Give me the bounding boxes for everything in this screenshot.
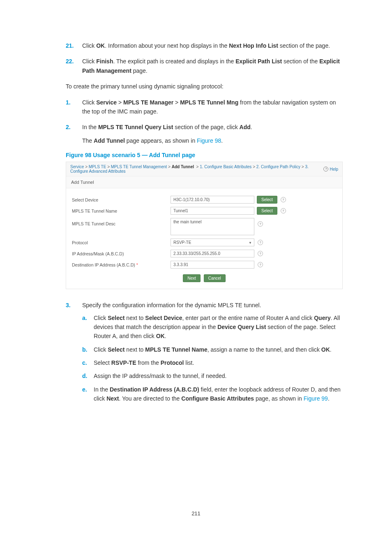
form-area: Select Device Select ? MPLS TE Tunnel Na…: [66, 188, 342, 289]
step-text: In the MPLS TE Tunnel Query List section…: [82, 124, 252, 130]
step-text: Click Finish. The explicit path is creat…: [82, 58, 340, 74]
select-device-button[interactable]: Select: [257, 196, 277, 204]
row-protocol: Protocol ▼ ?: [72, 239, 337, 246]
intro-text: To create the primary tunnel using dynam…: [66, 82, 343, 91]
tip-icon[interactable]: ?: [258, 251, 263, 256]
help-text: Help: [330, 167, 338, 171]
select-tunnel-name-button[interactable]: Select: [257, 207, 277, 215]
step-text: Click Service > MPLS TE Manager > MPLS T…: [82, 99, 336, 115]
substep-num: d.: [82, 371, 87, 380]
input-ip-mask[interactable]: [171, 250, 254, 257]
substep-num: b.: [82, 345, 87, 354]
substep-num: a.: [82, 313, 87, 322]
help-icon: ?: [323, 167, 328, 171]
row-tunnel-name: MPLS TE Tunnel Name Select ?: [72, 207, 337, 215]
label-dest-ip-text: Destination IP Address (A.B.C.D): [72, 262, 135, 267]
required-mark: *: [136, 262, 138, 267]
add-tunnel-screenshot: Service > MPLS TE > MPLS TE Tunnel Manag…: [66, 162, 343, 289]
cancel-button[interactable]: Cancel: [204, 274, 226, 282]
crumb-mpls-te[interactable]: MPLS TE: [89, 165, 106, 169]
label-protocol: Protocol: [72, 240, 171, 245]
crumb-step-2[interactable]: 2. Configure Path Policy: [256, 165, 300, 169]
tip-icon[interactable]: ?: [258, 240, 263, 245]
input-select-device[interactable]: [171, 196, 254, 204]
step-num: 1.: [66, 98, 71, 107]
crumb-mpls-te-tunnel-mgmt[interactable]: MPLS TE Tunnel Management: [111, 165, 167, 169]
crumb-add-tunnel: Add Tunnel: [172, 165, 194, 169]
step-num: 22.: [66, 57, 74, 66]
steps-top: 21. Click OK. Information about your nex…: [66, 41, 343, 75]
row-dest-ip: Destination IP Address (A.B.C.D) * ?: [72, 261, 337, 269]
figure-caption: Figure 98 Usage scenario 5 — Add Tunnel …: [66, 152, 343, 158]
tip-icon[interactable]: ?: [281, 208, 286, 213]
select-protocol[interactable]: [171, 239, 254, 246]
step-num: 21.: [66, 41, 74, 50]
substep-d: d. Assign the IP address/mask to the tun…: [82, 371, 343, 380]
tip-icon[interactable]: ?: [281, 197, 286, 202]
textarea-tunnel-desc[interactable]: the main tunnel: [171, 218, 254, 235]
substep-text: Click Select next to Select Device, ente…: [94, 315, 340, 340]
tip-icon[interactable]: ?: [258, 221, 263, 227]
step-3: 3. Specify the configuration information…: [66, 301, 343, 403]
substep-text: Select RSVP-TE from the Protocol list.: [94, 359, 194, 366]
breadcrumb-path: Service > MPLS TE > MPLS TE Tunnel Manag…: [70, 165, 323, 174]
row-ip-mask: IP Address/Mask (A.B.C.D) ?: [72, 250, 337, 257]
tip-icon[interactable]: ?: [258, 262, 263, 267]
substep-b: b. Click Select next to MPLS TE Tunnel N…: [82, 345, 343, 354]
step-text: Click OK. Information about your next ho…: [82, 42, 330, 49]
steps-bottom: 3. Specify the configuration information…: [66, 301, 343, 403]
button-row: Next Cancel: [72, 272, 337, 282]
substep-c: c. Select RSVP-TE from the Protocol list…: [82, 358, 343, 367]
label-dest-ip: Destination IP Address (A.B.C.D) *: [72, 262, 171, 267]
label-select-device: Select Device: [72, 197, 171, 202]
label-tunnel-name: MPLS TE Tunnel Name: [72, 209, 171, 213]
substep-a: a. Click Select next to Select Device, e…: [82, 313, 343, 341]
step-num: 3.: [66, 301, 71, 310]
label-ip-mask: IP Address/Mask (A.B.C.D): [72, 251, 171, 256]
step-num: 2.: [66, 123, 71, 132]
input-dest-ip[interactable]: [171, 261, 254, 269]
substep-e: e. In the Destination IP Address (A.B.C.…: [82, 385, 343, 403]
page-number: 211: [0, 510, 392, 517]
crumb-service[interactable]: Service: [70, 165, 84, 169]
step-3-substeps: a. Click Select next to Select Device, e…: [82, 313, 343, 403]
panel-title: Add Tunnel: [66, 176, 342, 188]
substep-text: Assign the IP address/mask to the tunnel…: [94, 373, 227, 379]
row-select-device: Select Device Select ?: [72, 196, 337, 204]
label-tunnel-desc: MPLS TE Tunnel Desc: [72, 218, 171, 226]
step-2-extra: The Add Tunnel page appears, as shown in…: [82, 136, 343, 145]
row-tunnel-desc: MPLS TE Tunnel Desc the main tunnel ?: [72, 218, 337, 235]
breadcrumb: Service > MPLS TE > MPLS TE Tunnel Manag…: [66, 162, 342, 176]
step-22: 22. Click Finish. The explicit path is c…: [66, 57, 343, 75]
step-2: 2. In the MPLS TE Tunnel Query List sect…: [66, 123, 343, 145]
substep-num: c.: [82, 358, 87, 367]
substep-text: Click Select next to MPLS TE Tunnel Name…: [94, 346, 332, 353]
substep-num: e.: [82, 385, 87, 394]
crumb-step-1[interactable]: 1. Configure Basic Attributes: [200, 165, 251, 169]
help-link[interactable]: ? Help: [323, 167, 338, 171]
steps-mid: 1. Click Service > MPLS TE Manager > MPL…: [66, 98, 343, 146]
substep-text: In the Destination IP Address (A.B.C.D) …: [94, 386, 341, 402]
step-21: 21. Click OK. Information about your nex…: [66, 41, 343, 50]
next-button[interactable]: Next: [183, 274, 201, 282]
step-1: 1. Click Service > MPLS TE Manager > MPL…: [66, 98, 343, 116]
step-text: Specify the configuration information fo…: [82, 302, 261, 308]
input-tunnel-name[interactable]: [171, 207, 254, 215]
